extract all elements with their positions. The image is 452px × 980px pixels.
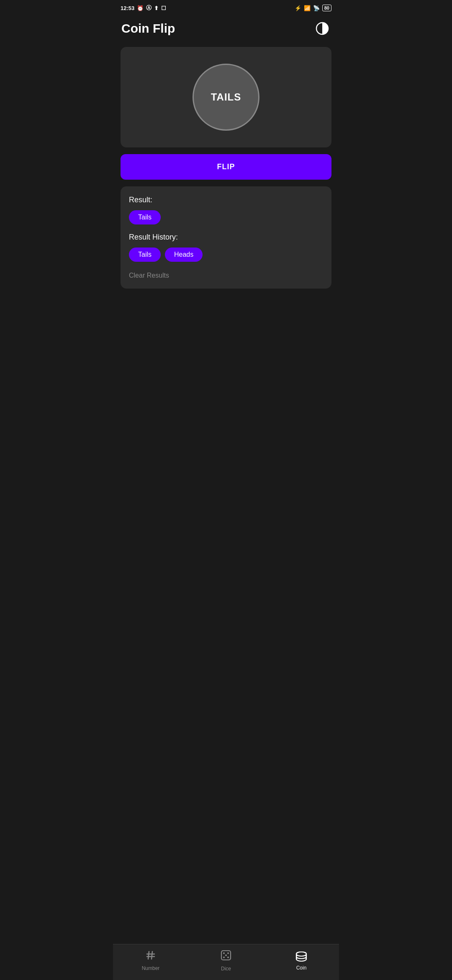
svg-point-10 (227, 957, 229, 958)
history-label: Result History: (129, 233, 323, 242)
battery-icon: 80 (322, 5, 331, 11)
status-time: 12:53 (121, 5, 134, 11)
half-circle-icon (316, 22, 329, 35)
status-right: ⚡ 📶 📡 80 (295, 5, 331, 11)
notification-icon: ☐ (161, 5, 166, 11)
nav-item-coin[interactable]: Coin (264, 951, 339, 971)
theme-toggle-button[interactable] (314, 20, 331, 37)
results-card: Result: Tails Result History: Tails Head… (121, 186, 331, 289)
nav-label-coin: Coin (296, 965, 307, 971)
wifi-icon: 📡 (313, 5, 320, 11)
coin-result-text: TAILS (211, 91, 241, 103)
bluetooth-icon: ⚡ (295, 5, 301, 11)
nav-item-dice[interactable]: Dice (188, 949, 264, 972)
flip-button[interactable]: FLIP (121, 154, 331, 180)
upload-icon: ⬆ (154, 5, 159, 11)
nav-item-number[interactable]: Number (113, 950, 188, 971)
history-badge-tails: Tails (129, 248, 161, 262)
current-result-badge: Tails (129, 210, 161, 224)
page-title: Coin Flip (121, 21, 175, 36)
history-badges: Tails Heads (129, 248, 323, 262)
clear-results-button[interactable]: Clear Results (129, 272, 169, 279)
svg-point-9 (223, 957, 225, 958)
bottom-nav: Number Dice Coin (113, 944, 339, 980)
svg-line-1 (148, 952, 149, 959)
dice-icon (220, 949, 232, 964)
result-label: Result: (129, 196, 323, 204)
coin-stack-icon (295, 951, 308, 963)
nav-label-dice: Dice (221, 966, 231, 972)
coin-circle: TAILS (193, 64, 259, 131)
status-left: 12:53 ⏰ Ⓐ ⬆ ☐ (121, 4, 166, 12)
svg-line-2 (152, 952, 152, 959)
coin-display-card: TAILS (121, 47, 331, 147)
number-icon (145, 950, 156, 964)
android-icon: Ⓐ (146, 4, 152, 12)
content-spacer (113, 295, 339, 944)
svg-point-13 (296, 952, 306, 956)
history-badge-heads: Heads (165, 248, 203, 262)
svg-point-8 (225, 954, 227, 956)
signal-icon: 📶 (304, 5, 311, 11)
alarm-icon: ⏰ (137, 5, 144, 11)
svg-point-6 (223, 952, 225, 954)
app-header: Coin Flip (113, 14, 339, 44)
status-bar: 12:53 ⏰ Ⓐ ⬆ ☐ ⚡ 📶 📡 80 (113, 0, 339, 14)
svg-point-7 (227, 952, 229, 954)
nav-label-number: Number (142, 965, 160, 971)
